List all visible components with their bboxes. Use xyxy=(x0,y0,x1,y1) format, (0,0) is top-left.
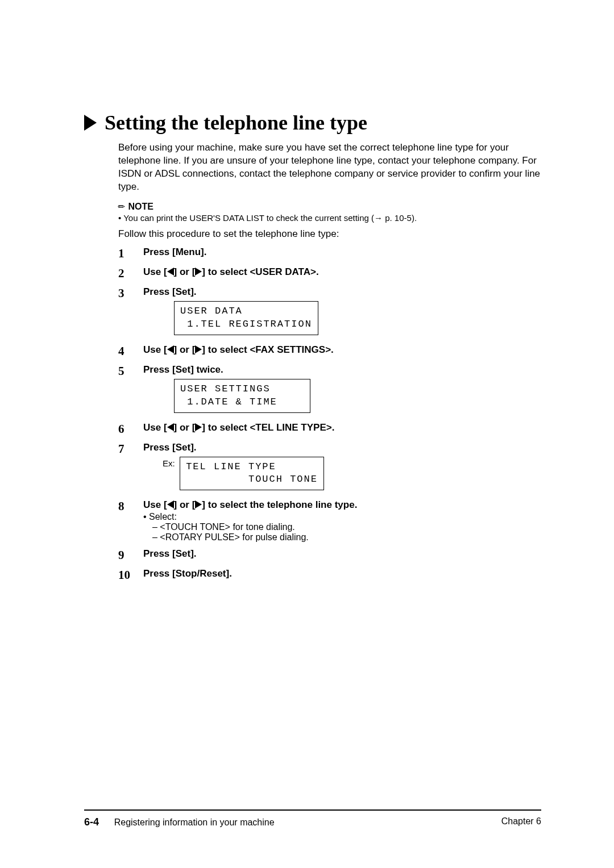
step-8-select-text: Select: xyxy=(149,512,177,521)
step-2-text: Use [] or [] to select <USER DATA>. xyxy=(143,266,319,277)
step-8-option-1: – <TOUCH TONE> for tone dialing. xyxy=(143,522,357,532)
step-2-c: ] to select <USER DATA>. xyxy=(202,266,318,277)
step-2: Use [] or [] to select <USER DATA>. xyxy=(118,266,541,281)
note-body: You can print the USER'S DATA LIST to ch… xyxy=(123,213,417,223)
step-8-b: ] or [ xyxy=(174,499,196,510)
step-4: Use [] or [] to select <FAX SETTINGS>. xyxy=(118,344,541,358)
follow-text: Follow this procedure to set the telepho… xyxy=(118,228,541,240)
example-label: Ex: xyxy=(163,458,175,468)
step-6-a: Use [ xyxy=(143,422,167,433)
step-3: Press [Set]. USER DATA 1.TEL REGISTRATIO… xyxy=(118,286,541,339)
pencil-icon: ✎ xyxy=(116,201,128,213)
steps-list: Press [Menu]. Use [] or [] to select <US… xyxy=(118,247,541,583)
lcd-display-3: TEL LINE TYPE TOUCH TONE xyxy=(180,457,324,491)
page-number: 6-4 xyxy=(84,816,99,828)
triangle-left-icon xyxy=(167,423,174,431)
triangle-left-icon xyxy=(167,345,174,353)
triangle-right-icon xyxy=(195,345,202,353)
step-1-text: Press [Menu]. xyxy=(143,247,206,257)
lcd-display-1: USER DATA 1.TEL REGISTRATION xyxy=(174,301,318,335)
step-8: Use [] or [] to select the telephone lin… xyxy=(118,499,541,542)
step-8-select: Select: xyxy=(143,512,357,522)
step-10-text: Press [Stop/Reset]. xyxy=(143,568,232,579)
step-1: Press [Menu]. xyxy=(118,247,541,261)
step-9-text: Press [Set]. xyxy=(143,548,197,559)
step-8-a: Use [ xyxy=(143,499,167,510)
intro-paragraph: Before using your machine, make sure you… xyxy=(118,141,541,194)
section-heading: Setting the telephone line type xyxy=(84,111,541,135)
triangle-right-icon xyxy=(195,268,202,276)
triangle-right-icon xyxy=(195,500,202,508)
step-6-b: ] or [ xyxy=(174,422,196,433)
footer-left-text: Registering information in your machine xyxy=(114,817,275,827)
step-3-text: Press [Set]. xyxy=(143,286,197,297)
triangle-right-icon xyxy=(195,423,202,431)
step-6-c: ] to select <TEL LINE TYPE>. xyxy=(202,422,334,433)
step-7-text: Press [Set]. xyxy=(143,442,197,453)
footer-right-text: Chapter 6 xyxy=(501,816,541,828)
step-7: Press [Set]. Ex: TEL LINE TYPE TOUCH TON… xyxy=(118,442,541,494)
step-4-text: Use [] or [] to select <FAX SETTINGS>. xyxy=(143,344,334,355)
step-8-option-2: – <ROTARY PULSE> for pulse dialing. xyxy=(143,532,357,542)
step-8-text: Use [] or [] to select the telephone lin… xyxy=(143,499,357,510)
note-heading: ✎ NOTE xyxy=(118,202,541,212)
step-9: Press [Set]. xyxy=(118,548,541,562)
triangle-left-icon xyxy=(167,500,174,508)
step-2-a: Use [ xyxy=(143,266,167,277)
triangle-right-icon xyxy=(84,115,97,131)
note-text: • You can print the USER'S DATA LIST to … xyxy=(118,213,541,223)
step-4-a: Use [ xyxy=(143,344,167,355)
step-4-c: ] to select <FAX SETTINGS>. xyxy=(202,344,333,355)
step-6-text: Use [] or [] to select <TEL LINE TYPE>. xyxy=(143,422,334,433)
step-8-c: ] to select the telephone line type. xyxy=(202,499,357,510)
step-10: Press [Stop/Reset]. xyxy=(118,568,541,582)
step-6: Use [] or [] to select <TEL LINE TYPE>. xyxy=(118,422,541,436)
page-footer: 6-4 Registering information in your mach… xyxy=(84,809,541,828)
step-5: Press [Set] twice. USER SETTINGS 1.DATE … xyxy=(118,364,541,416)
section-title-text: Setting the telephone line type xyxy=(105,111,367,135)
lcd-display-2: USER SETTINGS 1.DATE & TIME xyxy=(174,379,310,413)
step-5-text: Press [Set] twice. xyxy=(143,364,223,375)
triangle-left-icon xyxy=(167,268,174,276)
step-4-b: ] or [ xyxy=(174,344,196,355)
step-2-b: ] or [ xyxy=(174,266,196,277)
note-label: NOTE xyxy=(128,202,153,211)
